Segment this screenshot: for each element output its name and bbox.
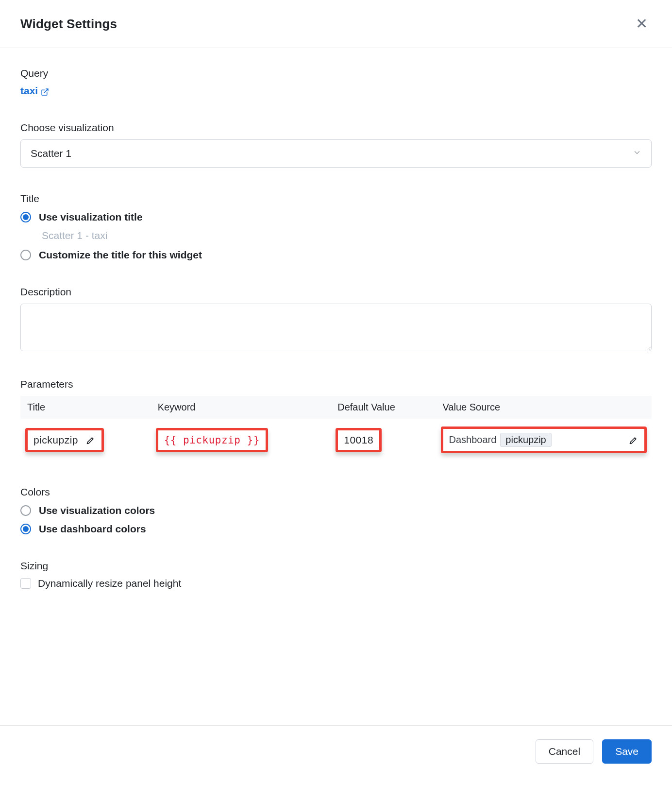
param-source-cell[interactable]: Dashboard pickupzip [441,427,647,453]
colors-label: Colors [20,486,652,498]
radio-dash-colors-label: Use dashboard colors [39,523,146,535]
radio-customize-title[interactable]: Customize the title for this widget [20,249,652,261]
radio-unselected-icon [20,505,31,516]
external-link-icon [41,87,49,95]
query-link[interactable]: taxi [20,85,49,97]
radio-selected-icon [20,524,31,534]
edit-icon[interactable] [86,435,96,445]
param-keyword-cell: {{ pickupzip }} [156,428,268,452]
dialog-footer: Cancel Save [0,725,672,785]
title-section: Title Use visualization title Scatter 1 … [20,193,652,261]
dialog-title: Widget Settings [20,17,117,32]
parameters-table: Title Keyword Default Value Value Source… [20,396,652,461]
param-title-text: pickupzip [34,434,78,446]
param-source-content: Dashboard pickupzip [449,433,552,447]
radio-use-dash-colors[interactable]: Use dashboard colors [20,523,652,535]
col-default: Default Value [331,396,436,419]
radio-custom-label: Customize the title for this widget [39,249,202,261]
query-link-text: taxi [20,85,38,97]
query-section: Query taxi [20,68,652,97]
table-row: pickupzip {{ pickupzip }} 100 [20,419,652,461]
query-label: Query [20,68,652,79]
visualization-label: Choose visualization [20,122,652,134]
param-default-text: 10018 [344,434,373,446]
dynamic-resize-label: Dynamically resize panel height [38,578,181,589]
radio-use-label: Use visualization title [39,211,143,223]
visualization-section: Choose visualization Scatter 1 [20,122,652,168]
use-title-preview: Scatter 1 - taxi [42,230,652,241]
checkbox-unchecked-icon[interactable] [20,578,31,589]
sizing-label: Sizing [20,560,652,572]
sizing-section: Sizing Dynamically resize panel height [20,560,652,589]
title-section-label: Title [20,193,652,205]
description-label: Description [20,286,652,298]
param-source-value: pickupzip [500,433,551,447]
parameters-section: Parameters Title Keyword Default Value V… [20,378,652,461]
edit-icon[interactable] [629,435,638,445]
visualization-selected-value: Scatter 1 [31,148,71,159]
col-keyword: Keyword [151,396,331,419]
chevron-down-icon [633,148,641,159]
radio-viz-colors-label: Use visualization colors [39,505,155,516]
radio-selected-icon [20,212,31,222]
radio-use-viz-colors[interactable]: Use visualization colors [20,505,652,516]
description-section: Description [20,286,652,353]
param-keyword-text: {{ pickupzip }} [164,434,260,446]
dialog-header: Widget Settings ✕ [0,0,672,48]
visualization-select[interactable]: Scatter 1 [20,139,652,168]
col-source: Value Source [436,396,652,419]
param-default-cell: 10018 [336,428,382,452]
parameters-label: Parameters [20,378,652,390]
param-source-kind: Dashboard [449,434,497,445]
col-title: Title [20,396,151,419]
cancel-button[interactable]: Cancel [536,739,593,764]
colors-section: Colors Use visualization colors Use dash… [20,486,652,535]
description-textarea[interactable] [20,304,652,351]
dialog-body: Query taxi Choose visualization Scatter … [0,48,672,692]
close-icon[interactable]: ✕ [632,15,652,33]
dynamic-resize-row[interactable]: Dynamically resize panel height [20,578,652,589]
save-button[interactable]: Save [602,739,652,764]
radio-unselected-icon [20,250,31,260]
radio-use-visualization-title[interactable]: Use visualization title [20,211,652,223]
param-title-cell[interactable]: pickupzip [25,428,104,452]
